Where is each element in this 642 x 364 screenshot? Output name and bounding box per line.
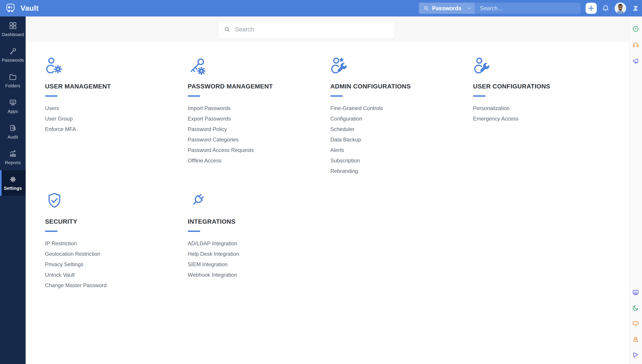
settings-link[interactable]: IP Restriction bbox=[45, 241, 188, 246]
sidebar-item-dashboard[interactable]: Dashboard bbox=[0, 16, 26, 42]
section-links: Users User Group Enforce MFA bbox=[45, 106, 188, 132]
global-search-input[interactable] bbox=[475, 5, 580, 12]
section-underline bbox=[188, 95, 200, 97]
sidebar-item-label: Audit bbox=[8, 134, 18, 140]
sidebar-item-reports[interactable]: Reports bbox=[0, 144, 26, 170]
settings-link[interactable]: Alerts bbox=[330, 148, 473, 153]
chevron-down-icon bbox=[467, 6, 471, 10]
gear-icon bbox=[9, 175, 17, 184]
sidebar-item-passwords[interactable]: Passwords bbox=[0, 42, 26, 68]
section-links: Import Passwords Export Passwords Passwo… bbox=[188, 106, 330, 163]
sso-monitor-icon: SSO bbox=[9, 98, 17, 107]
svg-text:?: ? bbox=[635, 27, 637, 31]
help-icon[interactable]: ? bbox=[632, 26, 639, 32]
search-strip bbox=[26, 16, 629, 42]
settings-link[interactable]: Data Backup bbox=[330, 137, 473, 142]
sidebar-item-audit[interactable]: Audit bbox=[0, 119, 26, 144]
right-utility-rail: ? bbox=[629, 16, 642, 364]
settings-link[interactable]: Users bbox=[45, 106, 188, 111]
rail-top-icons: ? bbox=[632, 26, 639, 64]
section-links: Personalization Emergency Access bbox=[473, 106, 616, 122]
settings-link[interactable]: Personalization bbox=[473, 106, 616, 111]
settings-link[interactable]: Emergency Access bbox=[473, 116, 616, 122]
dashboard-grid-icon bbox=[9, 22, 17, 30]
key-icon bbox=[9, 47, 17, 56]
settings-link[interactable]: Password Policy bbox=[188, 126, 330, 132]
settings-link[interactable]: Password Categories bbox=[188, 137, 330, 142]
settings-search-input[interactable] bbox=[235, 26, 389, 33]
main-content: USER MANAGEMENT Users User Group Enforce… bbox=[26, 16, 629, 364]
section-title: ADMIN CONFIGURATIONS bbox=[330, 83, 473, 90]
add-button[interactable] bbox=[585, 3, 597, 14]
settings-link[interactable]: Rebranding bbox=[330, 168, 473, 174]
notifications-button[interactable] bbox=[602, 4, 609, 12]
rail-bottom-icons bbox=[632, 289, 639, 358]
settings-link[interactable]: Change Master Password bbox=[45, 283, 188, 288]
settings-link[interactable]: Geolocation Restriction bbox=[45, 251, 188, 257]
settings-link[interactable]: Webhook Integration bbox=[188, 272, 330, 278]
section-links: Fine-Grained Controls Configuration Sche… bbox=[330, 106, 473, 174]
sidebar-item-settings[interactable]: Settings bbox=[0, 170, 26, 196]
settings-link[interactable]: Fine-Grained Controls bbox=[330, 106, 473, 111]
section-security: SECURITY IP Restriction Geolocation Rest… bbox=[45, 191, 188, 293]
search-scope-label: Passwords bbox=[432, 5, 464, 12]
settings-link[interactable]: Unlock Vault bbox=[45, 272, 188, 278]
section-integrations: INTEGRATIONS AD/LDAP Integration Help De… bbox=[188, 191, 330, 293]
settings-link[interactable]: Offline Access bbox=[188, 158, 330, 163]
topbar-actions: Passwords bbox=[419, 2, 642, 14]
smart-assist-icon[interactable] bbox=[632, 336, 639, 342]
settings-link[interactable]: User Group bbox=[45, 116, 188, 122]
settings-link[interactable]: Enforce MFA bbox=[45, 126, 188, 132]
zoho-apps-button[interactable]: Z bbox=[631, 4, 640, 12]
settings-link[interactable]: Configuration bbox=[330, 116, 473, 122]
audit-search-icon bbox=[9, 124, 17, 132]
avatar bbox=[614, 2, 626, 14]
user-star-wrench-icon bbox=[330, 56, 349, 75]
sidebar-item-label: Folders bbox=[5, 83, 20, 88]
settings-link[interactable]: AD/LDAP Integration bbox=[188, 241, 330, 246]
section-title: USER CONFIGURATIONS bbox=[473, 83, 616, 90]
settings-link[interactable]: SIEM Integration bbox=[188, 262, 330, 267]
search-icon bbox=[224, 26, 231, 33]
feedback-chat-icon[interactable] bbox=[632, 320, 639, 327]
settings-link[interactable]: Export Passwords bbox=[188, 116, 330, 122]
sidebar-item-label: Reports bbox=[5, 160, 21, 165]
search-scope-dropdown[interactable]: Passwords bbox=[419, 3, 475, 14]
sidebar-item-label: Apps bbox=[8, 109, 18, 114]
settings-link[interactable]: Subscription bbox=[330, 158, 473, 163]
plug-icon bbox=[188, 191, 206, 210]
search-icon bbox=[423, 5, 429, 11]
section-underline bbox=[45, 95, 58, 97]
reports-chart-icon bbox=[9, 150, 17, 158]
headset-icon[interactable] bbox=[632, 42, 639, 48]
shield-check-icon bbox=[45, 191, 64, 210]
section-admin-configurations: ADMIN CONFIGURATIONS Fine-Grained Contro… bbox=[330, 56, 473, 179]
settings-link[interactable]: Password Access Requests bbox=[188, 148, 330, 153]
key-gear-icon bbox=[188, 56, 206, 75]
sidebar-item-label: Passwords bbox=[2, 58, 24, 63]
brand: Vault bbox=[6, 3, 39, 13]
sidebar-item-label: Dashboard bbox=[2, 32, 24, 37]
sections-grid: USER MANAGEMENT Users User Group Enforce… bbox=[26, 42, 629, 293]
section-links: AD/LDAP Integration Help Desk Integratio… bbox=[188, 241, 330, 278]
guided-tour-cursor-icon[interactable] bbox=[632, 351, 639, 358]
section-underline bbox=[330, 95, 343, 97]
settings-link[interactable]: Scheduler bbox=[330, 126, 473, 132]
section-links: IP Restriction Geolocation Restriction P… bbox=[45, 241, 188, 288]
settings-link[interactable]: Import Passwords bbox=[188, 106, 330, 111]
virtual-keyboard-icon[interactable] bbox=[632, 289, 639, 296]
user-avatar[interactable] bbox=[614, 2, 626, 14]
svg-text:SSO: SSO bbox=[11, 101, 15, 103]
section-underline bbox=[188, 230, 200, 232]
settings-link[interactable]: Help Desk Integration bbox=[188, 251, 330, 257]
dark-mode-moon-icon[interactable] bbox=[632, 304, 639, 312]
zoho-z-icon: Z bbox=[631, 4, 640, 12]
section-title: PASSWORD MANAGEMENT bbox=[188, 83, 330, 90]
megaphone-icon[interactable] bbox=[632, 58, 639, 64]
settings-link[interactable]: Privacy Settings bbox=[45, 262, 188, 267]
sidebar-item-folders[interactable]: Folders bbox=[0, 68, 26, 93]
bell-icon bbox=[602, 4, 609, 12]
sidebar-item-apps[interactable]: SSO Apps bbox=[0, 93, 26, 119]
section-password-management: PASSWORD MANAGEMENT Import Passwords Exp… bbox=[188, 56, 330, 179]
svg-text:Z: Z bbox=[634, 5, 637, 12]
